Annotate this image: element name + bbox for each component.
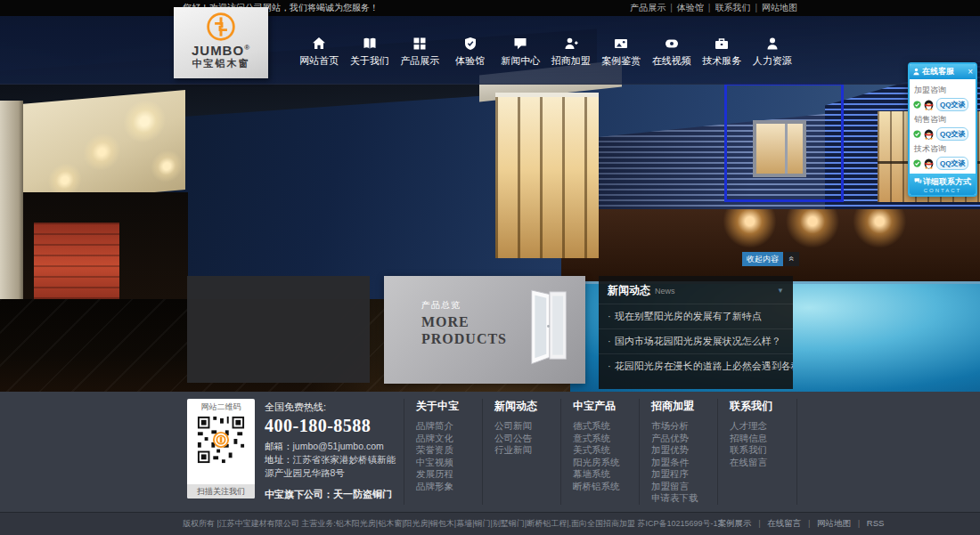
qr-card: 网站二维码 扫描关注我们 [187,399,255,499]
news-item[interactable]: ·现在别墅阳光房的发展有了新特点 [599,304,793,328]
qq-chat-button[interactable]: QQ交谈 [936,157,968,170]
nav-item-home[interactable]: 网站首页 [294,16,345,85]
collapse-arrow-button[interactable]: « [785,252,799,266]
news-item[interactable]: ·国内市场花园阳光房发展状况怎么样？ [599,328,793,353]
footer-link[interactable]: 品牌简介 [416,420,482,433]
nav-item-cases[interactable]: 案例鉴赏 [596,16,647,85]
email-line: 邮箱：jumbo@51jumbo.com [265,440,400,453]
nav-item-hr[interactable]: 人力资源 [747,16,798,85]
footer-link[interactable]: 美式系统 [573,444,639,457]
collapse-content-button[interactable]: 收起内容 [742,252,783,266]
hero-patio-ceiling [0,90,185,206]
hero-wood-wall [561,209,980,285]
topbar-link-sitemap[interactable]: 网站地图 [762,3,797,12]
footer-link[interactable]: 市场分析 [651,420,717,433]
subsidiary-value: 天一防盗铜门 [333,489,392,499]
nav-menu: 网站首页 关于我们 产品展示 体验馆 [294,16,797,85]
footer-link[interactable]: 产品优势 [651,433,717,445]
service-panel-title: 在线客服 [922,66,968,77]
footer-column-title: 新闻动态 [494,399,560,414]
nav-item-label: 技术服务 [702,54,741,68]
shield-icon [463,36,478,51]
more-products-banner[interactable]: 产品总览 MORE PRODUCTS [384,276,585,384]
footer-link[interactable]: 联系我们 [730,444,796,457]
footer-column-title: 中宝产品 [573,399,639,414]
footer-column-franchise: 招商加盟 市场分析 产品优势 加盟优势 加盟条件 加盟程序 加盟留言 申请表下载 [639,399,717,505]
copyright-text: 版权所有 |江苏中宝建材有限公司 主营业务:铝木阳光房|铝木窗|阳光房|铜包木|… [183,518,718,530]
footer-link[interactable]: 品牌文化 [416,433,482,445]
nav-item-showroom[interactable]: 体验馆 [445,16,496,85]
bottom-link-rss[interactable]: RSS [867,518,885,528]
bottom-bar: 版权所有 |江苏中宝建材有限公司 主营业务:铝木阳光房|铝木窗|阳光房|铜包木|… [0,512,980,535]
footer-link[interactable]: 阳光房系统 [573,457,639,469]
nav-item-videos[interactable]: 在线视频 [647,16,698,85]
nav-item-label: 在线视频 [652,54,691,68]
footer-link[interactable]: 德式系统 [573,420,639,433]
nav-item-about[interactable]: 关于我们 [345,16,396,85]
bottom-link-cases[interactable]: 案例展示 [718,518,752,528]
person-icon [912,68,920,76]
footer-link[interactable]: 公司公告 [494,433,560,445]
close-icon[interactable]: × [968,68,973,77]
footer-link[interactable]: 加盟优势 [651,444,717,457]
footer-column-about: 关于中宝 品牌简介 品牌文化 荣誉资质 中宝视频 发展历程 品牌形象 [404,399,482,505]
bullet-icon: · [608,311,611,321]
footer-link[interactable]: 断桥铝系统 [573,481,639,493]
address-line: 地址：江苏省张家港妙桥镇新能源产业园兄华路8号 [265,453,400,480]
footer-link[interactable]: 幕墙系统 [573,468,639,481]
service-panel-body: 加盟咨询 QQ交谈 销售咨询 QQ交谈 技术咨询 QQ交谈 [910,79,976,174]
logo[interactable]: JUMBO® 中宝铝木窗 [174,7,268,78]
topbar-links: 产品展示|体验馆|联系我们|网站地图 [630,2,797,14]
online-status-icon [913,159,921,167]
nav-item-services[interactable]: 技术服务 [697,16,747,85]
footer-link[interactable]: 意式系统 [573,433,639,445]
nav-item-news[interactable]: 新闻中心 [495,16,546,85]
service-group-label: 加盟咨询 [914,85,972,96]
online-status-icon [913,130,921,138]
footer-link[interactable]: 加盟程序 [651,468,717,481]
footer-link[interactable]: 行业新闻 [494,444,560,457]
footer-link[interactable]: 公司新闻 [494,420,560,433]
briefcase-icon [715,36,729,51]
footer-link[interactable]: 加盟条件 [651,457,717,469]
qq-chat-button[interactable]: QQ交谈 [936,127,968,141]
footer-column-products: 中宝产品 德式系统 意式系统 美式系统 阳光房系统 幕墙系统 断桥铝系统 [560,399,639,505]
footer-columns: 关于中宝 品牌简介 品牌文化 荣誉资质 中宝视频 发展历程 品牌形象 新闻动态 … [404,399,797,505]
bottom-links: 案例展示 | 在线留言 | 网站地图 | RSS [718,518,885,530]
bullet-icon: · [608,361,611,371]
chevron-up-icon: « [786,256,799,262]
products-title: 产品总览 [421,299,461,312]
nav-item-products[interactable]: 产品展示 [395,16,445,85]
video-icon [665,36,679,51]
footer-link[interactable]: 发展历程 [416,468,482,481]
service-group-label: 技术咨询 [914,143,972,155]
footer-link[interactable]: 荣誉资质 [416,444,482,457]
bottom-link-message[interactable]: 在线留言 [767,518,801,528]
topbar-link-showroom[interactable]: 体验馆 [677,3,704,12]
qr-code [196,415,246,465]
bottom-link-sitemap[interactable]: 网站地图 [817,518,851,528]
topbar-link-contact[interactable]: 联系我们 [715,3,750,12]
contact-details-button[interactable]: 详细联系方式 CONTACT [910,174,976,195]
footer-link[interactable]: 中宝视频 [416,457,482,469]
divider: | [755,3,757,12]
divider: | [758,518,760,528]
news-item-text: 国内市场花园阳光房发展状况怎么样？ [615,336,781,346]
nav-item-franchise[interactable]: 招商加盟 [546,16,597,85]
hotline-label: 全国免费热线: [265,401,400,414]
qq-row: QQ交谈 [913,127,972,141]
subsidiary-line: 中宝旗下公司：天一防盗铜门 [265,488,400,501]
footer-link[interactable]: 人才理念 [730,420,796,433]
footer-link[interactable]: 申请表下载 [651,492,717,505]
qq-chat-button[interactable]: QQ交谈 [936,98,968,111]
topbar-link-products[interactable]: 产品展示 [630,3,666,12]
qr-caption: 扫描关注我们 [187,484,255,499]
news-item[interactable]: ·花园阳光房在漫长的道路上必然会遇到各种挑战 [599,353,793,378]
footer-link[interactable]: 加盟留言 [651,481,717,493]
nav-item-label: 案例鉴赏 [601,54,641,68]
footer-link[interactable]: 在线留言 [730,457,796,469]
footer-link[interactable]: 品牌形象 [416,481,482,493]
chevron-down-icon[interactable]: ▼ [777,287,784,295]
news-panel: 新闻动态 News ▼ ·现在别墅阳光房的发展有了新特点 ·国内市场花园阳光房发… [599,276,793,389]
footer-link[interactable]: 招聘信息 [730,433,796,445]
